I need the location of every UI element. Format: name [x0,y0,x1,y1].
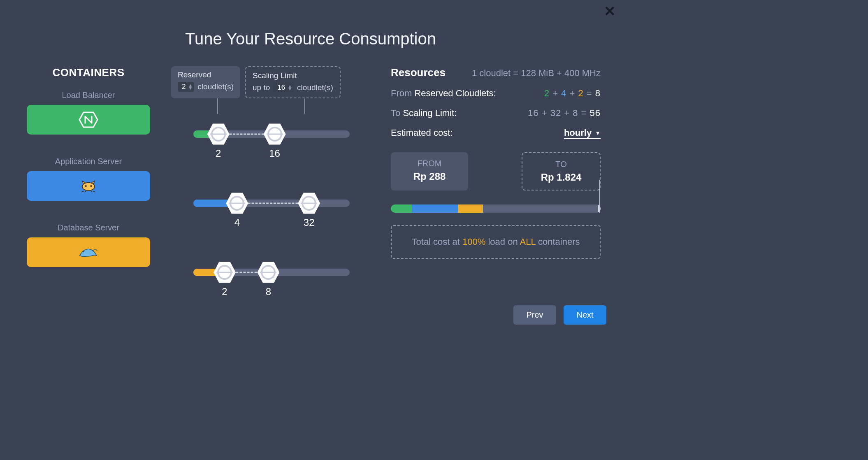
slider-row: 4 32 [173,175,370,244]
reserved-label: 4 [234,217,240,228]
reserved-thumb[interactable] [214,261,236,283]
limit-thumb[interactable] [264,123,286,145]
slider-row: 2 16 [173,106,370,175]
reserved-unit: cloudlet(s) [197,82,234,91]
svg-point-2 [83,251,84,252]
container-group: Database Server [25,223,152,267]
slider-row: 2 8 [173,244,370,313]
scaling-value: 16 [277,84,285,92]
cloudlet-definition: 1 cloudlet = 128 MiB + 400 MHz [472,68,601,79]
container-label: Application Server [25,157,152,166]
container-tile-tomcat[interactable] [27,171,150,201]
period-dropdown[interactable]: hourly ▼ [564,128,601,139]
bar-seg-green [391,204,412,213]
reserved-tooltip-title: Reserved [178,70,234,79]
scaling-stepper[interactable]: 16 ▲▼ [273,83,294,93]
cost-to-card: TO Rp 1.824 [522,152,601,191]
reserved-tooltip: Reserved 2 ▲▼ cloudlet(s) [171,66,240,98]
container-group: Application Server [25,157,152,201]
nginx-icon [79,111,98,129]
sliders-column: Reserved 2 ▲▼ cloudlet(s) Scaling Limit … [173,66,370,313]
from-label: From Reserved Cloudlets: [391,88,496,99]
cost-from-title: FROM [395,159,464,168]
estimated-cost-label: Estimated cost: [391,128,453,138]
limit-label: 16 [269,148,280,159]
to-equation: 16 + 32 + 8 = 56 [528,108,601,118]
cost-cards: FROM Rp 288 TO Rp 1.824 [391,152,601,191]
reserved-thumb[interactable] [226,192,248,214]
stepper-arrows-icon[interactable]: ▲▼ [288,85,292,91]
slider-track[interactable] [193,200,350,207]
cost-bar [391,204,601,213]
bar-seg-blue [412,204,458,213]
container-label: Load Balancer [25,91,152,100]
reserved-label: 2 [222,286,227,297]
scaling-tooltip: Scaling Limit up to 16 ▲▼ cloudlet(s) [245,66,341,98]
limit-thumb[interactable] [298,192,320,214]
chevron-down-icon: ▼ [595,130,601,136]
limit-label: 32 [304,217,315,228]
bar-seg-orange [458,204,483,213]
resource-modal: ✕ Tune Your Resource Consumption CONTAIN… [0,0,621,330]
cost-to-value: Rp 1.824 [527,172,596,183]
scaling-prefix: up to [253,83,270,92]
container-label: Database Server [25,223,152,232]
prev-button[interactable]: Prev [513,305,556,325]
limit-label: 8 [266,286,271,297]
to-label: To Scaling Limit: [391,108,457,118]
svg-point-1 [82,183,95,191]
containers-column: CONTAINERS Load Balancer Application Ser… [25,66,152,313]
resources-heading: Resources [391,66,446,79]
period-value: hourly [564,128,592,138]
next-button[interactable]: Next [564,305,606,325]
stepper-arrows-icon[interactable]: ▲▼ [188,84,193,90]
tomcat-icon [79,177,98,195]
reserved-value: 2 [182,83,186,91]
resources-panel: Resources 1 cloudlet = 128 MiB + 400 MHz… [391,66,601,313]
reserved-thumb[interactable] [207,123,230,145]
cost-marker [599,180,600,213]
containers-heading: CONTAINERS [25,66,152,79]
scaling-tooltip-title: Scaling Limit [253,71,333,80]
wizard-footer: Prev Next [513,305,606,325]
container-tile-mysql[interactable] [27,237,150,267]
container-group: Load Balancer [25,91,152,135]
page-title: Tune Your Resource Consumption [0,0,621,48]
mysql-icon [79,243,98,261]
reserved-stepper[interactable]: 2 ▲▼ [178,82,194,92]
cost-from-value: Rp 288 [395,171,464,182]
cost-from-card: FROM Rp 288 [391,152,468,191]
slider-tooltips: Reserved 2 ▲▼ cloudlet(s) Scaling Limit … [171,66,370,98]
scaling-unit: cloudlet(s) [297,83,333,92]
sliders-list: 2 16 4 32 2 8 [173,106,370,313]
container-tile-nginx[interactable] [27,105,150,135]
cost-to-title: TO [527,160,596,169]
limit-thumb[interactable] [257,261,279,283]
reserved-label: 2 [216,148,221,159]
from-equation: 2 + 4 + 2 = 8 [544,88,601,99]
close-icon[interactable]: ✕ [604,4,615,18]
total-cost-note: Total cost at 100% load on ALL container… [391,225,601,259]
